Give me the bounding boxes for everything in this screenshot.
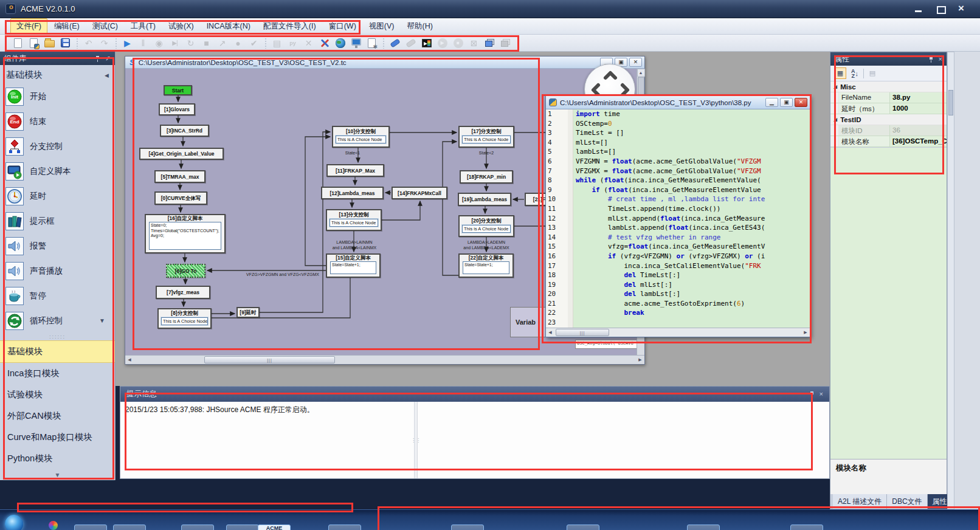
taskbar-button[interactable] [328,525,361,530]
python-export-icon[interactable]: py [285,36,300,50]
tab-A2L 描述文件[interactable]: A2L 描述文件 [833,494,887,509]
sort-alphabetical-icon[interactable]: AZ↓ [849,67,861,79]
close-button[interactable]: × [958,5,964,13]
flowchart-horizontal-scrollbar[interactable]: ◀ ||| ▶ [125,355,644,364]
tools-icon[interactable] [317,36,332,50]
globe-icon[interactable] [333,36,348,50]
connect-icon[interactable] [387,36,402,50]
python-restore-button[interactable]: ▣ [780,98,793,107]
flowchart-node[interactable]: [18]FRKAP_min [460,170,513,184]
validate-icon[interactable]: ✔ [246,36,261,50]
python-code-window[interactable]: C:\Users\Administrator\Desktop\OSC_TEST_… [545,95,810,337]
undo-icon[interactable]: ↶ [81,36,96,50]
scroll-left-icon[interactable]: ◀ [546,329,554,336]
flowchart-node[interactable]: [15]自定义脚本State=State+1; [326,253,381,278]
flowchart-node[interactable]: [20]分支控制This is A Choice Node [458,215,514,237]
python-minimize-button[interactable]: ▁ [765,98,778,107]
taskbar-button[interactable] [113,525,146,530]
menu-item-6[interactable]: INCA版本(N) [201,18,257,35]
maximize-button[interactable] [936,5,945,13]
inca-icon[interactable] [419,36,434,50]
properties-icon[interactable]: ▤ [269,36,285,50]
tile-windows-icon[interactable] [498,36,513,50]
sidebar-item-sound[interactable]: 声音播放 [5,258,115,283]
flowchart-window-titlebar[interactable]: S C:\Users\Administrator\Desktop\OSC_TES… [125,57,644,69]
scroll-right-icon[interactable]: ▶ [636,356,644,363]
category-Python模块[interactable]: Python模块 [0,448,115,469]
record-icon[interactable]: ● [230,36,246,50]
category-试验模块[interactable]: 试验模块 [0,384,115,405]
redo-icon[interactable]: ↷ [97,36,112,50]
sidebar-item-tipbox[interactable]: 提示框 [5,208,115,233]
taskbar-button-acme[interactable]: ACME [258,525,291,530]
stop-circle-icon[interactable]: ■ [450,36,466,50]
property-group-Misc[interactable]: ◢Misc [830,81,947,92]
play-circle-icon[interactable]: ▶ [435,36,450,50]
run-icon[interactable]: ▶ [120,36,135,50]
flowchart-node[interactable]: [14]FRKAPMxCall [392,187,447,199]
vertical-scroll-thumb[interactable] [948,90,953,115]
close-icon[interactable]: × [939,56,942,63]
category-基础模块[interactable]: 基础模块 [0,340,115,363]
horizontal-scroll-thumb[interactable]: ||| [204,356,335,363]
pause-icon[interactable]: ‖ [136,36,151,50]
new-file-icon[interactable] [10,36,26,50]
tab-DBC文件[interactable]: DBC文件 [887,494,927,509]
sidebar-item-loop[interactable]: 循环控制▼ [5,308,115,333]
property-value[interactable]: 36 [890,125,947,136]
collapse-left-icon[interactable]: ◀ [105,72,109,78]
sidebar-item-init[interactable]: Init开始 [5,84,115,109]
start-button[interactable] [5,515,23,530]
menu-item-2[interactable]: 编辑(E) [48,18,86,35]
flowchart-node[interactable]: [7]vfgz_meas [156,286,210,299]
expand-icon[interactable]: ↗ [105,55,111,62]
disconnect-icon[interactable] [403,36,418,50]
flowchart-node[interactable]: [22]自定义脚本State=State+1; [458,253,514,278]
close-icon[interactable]: × [820,391,823,398]
collapse-triangle-icon[interactable]: ◢ [833,84,837,89]
python-horizontal-scrollbar[interactable]: ◀ ||| ▶ [546,328,810,337]
sidebar-item-pause[interactable]: 暂停 [5,283,115,308]
flowchart-node[interactable]: [12]Lambda_meas [321,187,384,199]
flowchart-node[interactable]: [17]分支控制This is A Choice Node [458,126,514,148]
flowchart-node[interactable]: [6]GO To [166,264,205,278]
sidebar-item-end[interactable]: End结束 [5,109,115,134]
property-value[interactable]: 1000 [890,103,947,114]
property-value[interactable]: 38.py [890,92,947,103]
code-editor[interactable]: import timeOSCtemp=0TimeLst = []mlLst=[]… [573,109,810,328]
property-group-TestID[interactable]: ◢TestID [830,114,947,125]
flowchart-node[interactable]: [16]自定义脚本State=0;Times=Global("OSCTESTCO… [145,214,226,253]
message-log-area[interactable]: 2015/1/23 15:05:37,988: JHSource ACME 程序… [120,402,829,478]
monitor-icon[interactable] [348,36,364,50]
chevron-down-icon[interactable]: ▼ [99,317,105,324]
pin-icon[interactable] [809,391,815,398]
flowchart-node[interactable]: Start [164,85,192,95]
menu-item-1[interactable]: 文件(F) [10,18,47,35]
flowchart-node[interactable]: [9]延时 [236,307,260,318]
property-row[interactable]: 模块ID36 [830,125,947,136]
save-file-icon[interactable] [58,36,73,50]
menu-item-4[interactable]: 工具(T) [125,18,162,35]
taskbar-app-icon[interactable] [49,521,58,530]
category-外部CAN模块[interactable]: 外部CAN模块 [0,405,115,427]
sidebar-item-script[interactable]: 自定义脚本 [5,159,115,184]
taskbar-button[interactable] [74,525,107,530]
menu-item-8[interactable]: 窗口(W) [323,18,362,35]
flowchart-node[interactable]: [3]INCA_StrRd [160,125,209,137]
right-vertical-scrollbar[interactable] [947,52,954,509]
property-row[interactable]: 模块名称[36]OSCTemp_Ca [830,136,947,147]
close-box-icon[interactable]: ⊠ [466,36,481,50]
flowchart-node[interactable]: [4]Get_Origin_Label_Value [139,148,224,160]
toolbar-grip[interactable] [5,38,8,49]
collapse-triangle-icon[interactable]: ◢ [833,117,837,122]
menu-item-7[interactable]: 配置文件导入(I) [257,18,322,35]
python-window-titlebar[interactable]: C:\Users\Administrator\Desktop\OSC_TEST_… [546,96,810,109]
loop-run-icon[interactable]: ↻ [183,36,198,50]
flowchart-node[interactable]: [13]分支控制This is A Choice Node [326,209,382,231]
menu-item-3[interactable]: 测试(C) [86,18,124,35]
flowchart-node[interactable]: [1]Glovars [159,103,195,115]
menu-item-9[interactable]: 视图(V) [363,18,401,35]
pin-icon[interactable] [95,55,100,62]
scroll-down-icon[interactable]: ▼ [0,470,115,480]
scroll-up-icon[interactable]: ▲ [637,69,645,77]
